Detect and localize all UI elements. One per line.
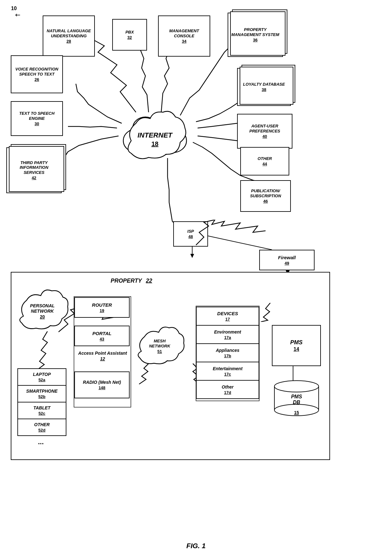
management-console-num: 34 [182, 39, 186, 44]
natural-language-label: NATURAL LANGUAGE UNDERSTANDING [46, 28, 92, 38]
property-mgmt-num: 36 [253, 38, 257, 42]
svg-rect-39 [196, 306, 259, 401]
internet-cloud: INTERNET 18 [111, 98, 199, 168]
pbx-label: PBX [126, 30, 134, 35]
property-mgmt-label: PROPERTY MANAGEMENT SYSTEM [231, 27, 280, 37]
svg-text:18: 18 [151, 140, 158, 147]
loyalty-db-box: LOYALTY DATABASE 38 [237, 68, 291, 106]
property-mgmt-box: PROPERTY MANAGEMENT SYSTEM 36 [228, 13, 283, 57]
firewall-num: 49 [285, 261, 289, 266]
agent-user-pref-label: AGENT-USER PREFERENCES [240, 124, 289, 133]
third-party-box: THIRD PARTY INFORMATION SERVICES 42 [6, 147, 62, 193]
pbx-box: PBX 32 [112, 19, 147, 51]
lan-devices-lightning [258, 303, 273, 322]
loyalty-db-num: 38 [262, 87, 266, 92]
diagram-ref-num: 10 [11, 6, 17, 11]
management-console-label: MANAGEMENT CONSOLE [161, 28, 207, 38]
natural-language-num: 28 [66, 39, 71, 44]
third-party-label: THIRD PARTY INFORMATION SERVICES [9, 160, 58, 175]
voice-recognition-num: 26 [34, 77, 39, 82]
agent-user-pref-num: 40 [262, 134, 267, 139]
management-console-box: MANAGEMENT CONSOLE 34 [158, 15, 210, 57]
firewall-label: Firewall [278, 255, 296, 260]
isp-firewall-lightning [177, 220, 269, 256]
svg-text:INTERNET: INTERNET [138, 131, 173, 139]
voice-recognition-label: VOICE RECOGNITION SPEECH TO TEXT [14, 67, 60, 77]
pub-sub-box: PUBLICATION/ SUBSCRIPTION 46 [240, 180, 291, 212]
agent-user-pref-box: AGENT-USER PREFERENCES 40 [237, 114, 292, 149]
text-to-speech-num: 30 [34, 121, 39, 126]
pub-sub-num: 46 [263, 199, 268, 204]
other-top-num: 44 [262, 162, 267, 166]
fig-label: FIG. 1 [186, 542, 205, 550]
pbx-num: 32 [127, 35, 132, 40]
property-internal-lines [11, 272, 330, 460]
svg-rect-40 [74, 297, 131, 407]
ref-arrow: ↙ [13, 10, 22, 20]
third-party-num: 42 [32, 175, 36, 180]
text-to-speech-label: TEXT TO SPEECH ENGINE [14, 111, 60, 121]
other-top-box: OTHER 44 [240, 147, 289, 175]
pub-sub-label: PUBLICATION/ SUBSCRIPTION [243, 188, 288, 198]
other-top-label: OTHER [258, 156, 272, 161]
text-to-speech-box: TEXT TO SPEECH ENGINE 30 [11, 101, 63, 136]
loyalty-db-label: LOYALTY DATABASE [243, 82, 285, 87]
natural-language-box: NATURAL LANGUAGE UNDERSTANDING 28 [43, 15, 95, 57]
voice-recognition-box: VOICE RECOGNITION SPEECH TO TEXT 26 [11, 55, 63, 93]
